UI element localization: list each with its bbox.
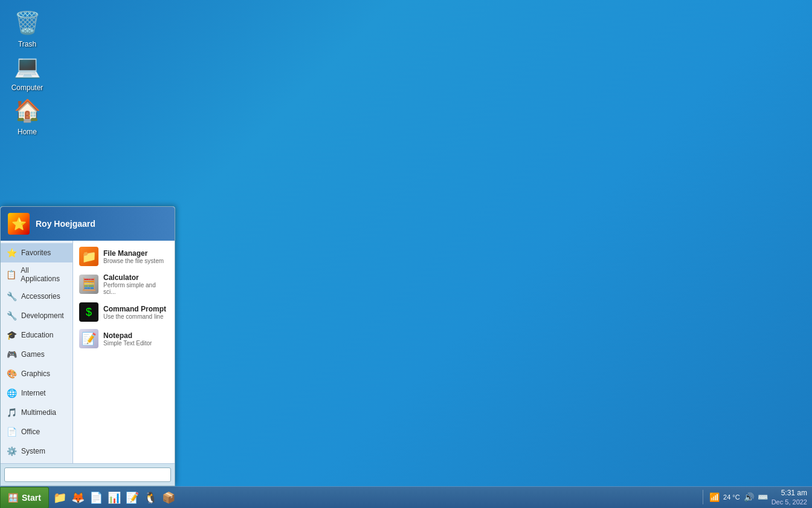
calculator-info: Calculator Perform simple and sci... bbox=[103, 273, 169, 295]
notepad-desc: Simple Text Editor bbox=[103, 340, 152, 347]
taskbar-system-tray: 📶 24 °C 🔊 ⌨️ 5:31 am Dec 5, 2022 bbox=[695, 489, 812, 507]
command-prompt-name: Command Prompt bbox=[103, 305, 166, 313]
accessories-icon: 🔧 bbox=[5, 290, 18, 302]
games-icon: 🎮 bbox=[5, 348, 18, 360]
computer-label: Computer bbox=[11, 83, 44, 92]
system-icon: ⚙️ bbox=[5, 445, 18, 457]
user-avatar: ⭐ bbox=[8, 213, 30, 235]
games-label: Games bbox=[21, 350, 45, 359]
taskbar-clock[interactable]: 5:31 am Dec 5, 2022 bbox=[772, 489, 807, 507]
keyboard-icon[interactable]: ⌨️ bbox=[758, 492, 768, 502]
command-prompt-desc: Use the command line bbox=[103, 313, 166, 320]
network-icon[interactable]: 📶 bbox=[709, 492, 720, 502]
start-menu-apps: 📁 File Manager Browse the file system 🧮 … bbox=[73, 241, 175, 463]
user-avatar-icon: ⭐ bbox=[11, 217, 27, 231]
taskbar-app-misc[interactable]: 📦 bbox=[160, 489, 177, 506]
calculator-icon: 🧮 bbox=[79, 275, 98, 294]
sidebar-item-games[interactable]: 🎮 Games bbox=[1, 345, 72, 364]
all-apps-label: All Applications bbox=[21, 266, 68, 283]
start-menu-categories: ⭐ Favorites 📋 All Applications 🔧 Accesso… bbox=[1, 241, 73, 463]
education-icon: 🎓 bbox=[5, 329, 18, 341]
file-manager-info: File Manager Browse the file system bbox=[103, 249, 164, 264]
file-manager-icon: 📁 bbox=[79, 247, 98, 266]
internet-label: Internet bbox=[21, 389, 46, 397]
sidebar-item-development[interactable]: 🔧 Development bbox=[1, 306, 72, 325]
home-label: Home bbox=[18, 128, 37, 136]
file-manager-name: File Manager bbox=[103, 249, 164, 258]
sidebar-item-education[interactable]: 🎓 Education bbox=[1, 325, 72, 345]
start-menu-body: ⭐ Favorites 📋 All Applications 🔧 Accesso… bbox=[1, 241, 175, 463]
start-label: Start bbox=[22, 493, 41, 503]
sidebar-item-system[interactable]: ⚙️ System bbox=[1, 441, 72, 461]
search-input[interactable] bbox=[4, 467, 171, 482]
start-menu: ⭐ Roy Hoejgaard ⭐ Favorites 📋 All Applic… bbox=[0, 206, 175, 486]
command-prompt-icon: $ bbox=[79, 302, 98, 322]
graphics-icon: 🎨 bbox=[5, 368, 18, 380]
office-icon: 📄 bbox=[5, 426, 18, 438]
development-icon: 🔧 bbox=[5, 310, 18, 322]
notepad-icon: 📝 bbox=[79, 329, 98, 348]
command-prompt-info: Command Prompt Use the command line bbox=[103, 305, 166, 320]
clock-time: 5:31 am bbox=[772, 489, 807, 498]
trash-label: Trash bbox=[18, 40, 36, 48]
all-apps-icon: 📋 bbox=[5, 269, 17, 281]
sidebar-item-multimedia[interactable]: 🎵 Multimedia bbox=[1, 403, 72, 422]
app-item-command-prompt[interactable]: $ Command Prompt Use the command line bbox=[73, 299, 175, 325]
home-icon: 🏠 bbox=[13, 96, 42, 125]
start-icon: 🪟 bbox=[8, 493, 18, 503]
clock-date: Dec 5, 2022 bbox=[772, 498, 807, 506]
volume-icon[interactable]: 🔊 bbox=[744, 492, 754, 502]
start-button[interactable]: 🪟 Start bbox=[0, 487, 49, 509]
taskbar-app-firefox[interactable]: 🦊 bbox=[69, 489, 86, 506]
sidebar-item-favorites[interactable]: ⭐ Favorites bbox=[1, 243, 72, 262]
computer-icon: 💻 bbox=[13, 52, 42, 81]
favorites-label: Favorites bbox=[21, 249, 51, 257]
app-item-calculator[interactable]: 🧮 Calculator Perform simple and sci... bbox=[73, 270, 175, 299]
desktop-icon-computer[interactable]: 💻 Computer bbox=[6, 50, 48, 94]
app-item-file-manager[interactable]: 📁 File Manager Browse the file system bbox=[73, 243, 175, 270]
sidebar-item-accessories[interactable]: 🔧 Accessories bbox=[1, 287, 72, 306]
user-name: Roy Hoejgaard bbox=[36, 219, 95, 229]
taskbar-app-text[interactable]: 📝 bbox=[124, 489, 141, 506]
graphics-label: Graphics bbox=[21, 370, 50, 378]
system-label: System bbox=[21, 447, 45, 455]
multimedia-icon: 🎵 bbox=[5, 406, 18, 418]
start-menu-search bbox=[1, 463, 175, 486]
taskbar: 🪟 Start 📁 🦊 📄 📊 📝 🐧 📦 📶 24 °C 🔊 ⌨️ 5:31 … bbox=[0, 486, 812, 508]
multimedia-label: Multimedia bbox=[21, 408, 56, 417]
sidebar-item-internet[interactable]: 🌐 Internet bbox=[1, 383, 72, 403]
notepad-name: Notepad bbox=[103, 331, 152, 340]
calculator-desc: Perform simple and sci... bbox=[103, 282, 169, 295]
sidebar-item-office[interactable]: 📄 Office bbox=[1, 422, 72, 441]
notepad-info: Notepad Simple Text Editor bbox=[103, 331, 152, 347]
file-manager-desc: Browse the file system bbox=[103, 258, 164, 264]
desktop-icon-trash[interactable]: 🗑️ Trash bbox=[6, 6, 48, 51]
desktop: 🗑️ Trash 💻 Computer 🏠 Home ⭐ Roy Hoejgaa… bbox=[0, 0, 812, 508]
desktop-icon-home[interactable]: 🏠 Home bbox=[6, 94, 48, 138]
app-item-notepad[interactable]: 📝 Notepad Simple Text Editor bbox=[73, 325, 175, 352]
tray-divider bbox=[703, 490, 703, 504]
sidebar-item-all-apps[interactable]: 📋 All Applications bbox=[1, 262, 72, 287]
sidebar-item-graphics[interactable]: 🎨 Graphics bbox=[1, 364, 72, 383]
development-label: Development bbox=[21, 311, 64, 320]
taskbar-app-document[interactable]: 📄 bbox=[88, 489, 105, 506]
taskbar-apps: 📁 🦊 📄 📊 📝 🐧 📦 bbox=[49, 489, 695, 506]
favorites-icon: ⭐ bbox=[5, 247, 18, 259]
calculator-name: Calculator bbox=[103, 273, 169, 282]
internet-icon: 🌐 bbox=[5, 387, 18, 399]
taskbar-app-files[interactable]: 📁 bbox=[51, 489, 68, 506]
accessories-label: Accessories bbox=[21, 292, 60, 301]
office-label: Office bbox=[21, 428, 40, 436]
education-label: Education bbox=[21, 331, 53, 339]
trash-icon: 🗑️ bbox=[13, 8, 42, 37]
temperature-display: 24 °C bbox=[723, 493, 740, 501]
taskbar-app-penguin[interactable]: 🐧 bbox=[142, 489, 159, 506]
start-menu-header: ⭐ Roy Hoejgaard bbox=[1, 207, 175, 241]
taskbar-app-spreadsheet[interactable]: 📊 bbox=[106, 489, 123, 506]
